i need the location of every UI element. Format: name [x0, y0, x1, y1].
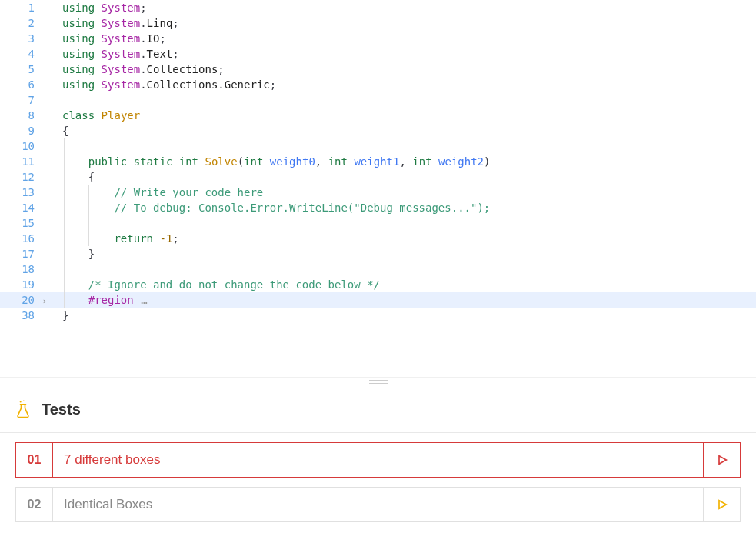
panel-resize-handle[interactable] [0, 377, 756, 386]
code-line[interactable]: 2using System.Linq; [0, 15, 756, 31]
code-line[interactable]: 19 /* Ignore and do not change the code … [0, 277, 756, 292]
test-label: Identical Boxes [53, 488, 703, 521]
line-number: 4 [0, 46, 48, 62]
code-editor[interactable]: 1using System;2using System.Linq;3using … [0, 0, 756, 377]
code-text[interactable] [48, 215, 114, 231]
code-text[interactable]: using System; [48, 0, 147, 15]
test-number: 01 [16, 443, 53, 477]
flask-icon [15, 400, 31, 418]
code-line[interactable]: 5using System.Collections; [0, 62, 756, 77]
code-text[interactable]: } [48, 308, 68, 323]
line-number: 20› [0, 292, 48, 308]
code-text[interactable]: { [48, 123, 68, 138]
svg-marker-4 [719, 501, 726, 509]
code-text[interactable] [48, 138, 88, 154]
code-line[interactable]: 15 [0, 215, 756, 231]
tests-title: Tests [42, 401, 81, 418]
test-row[interactable]: 02Identical Boxes [15, 487, 741, 522]
code-text[interactable]: using System.Collections; [48, 62, 225, 77]
divider [0, 432, 756, 433]
code-line[interactable]: 16 return -1; [0, 231, 756, 246]
line-number: 7 [0, 92, 48, 108]
code-text[interactable]: // Write your code here [48, 185, 263, 200]
play-icon[interactable] [703, 443, 740, 477]
line-number: 8 [0, 108, 48, 123]
code-text[interactable]: using System.IO; [48, 31, 166, 46]
svg-marker-3 [719, 456, 726, 465]
code-line[interactable]: 7 [0, 92, 756, 108]
tests-panel: Tests 017 different boxes02Identical Box… [0, 386, 756, 522]
fold-chevron-icon[interactable]: › [42, 294, 47, 309]
code-line[interactable]: 3using System.IO; [0, 31, 756, 46]
line-number: 5 [0, 62, 48, 77]
code-text[interactable]: // To debug: Console.Error.WriteLine("De… [48, 200, 490, 215]
test-number: 02 [16, 488, 53, 521]
code-text[interactable]: return -1; [48, 231, 179, 246]
code-text[interactable]: using System.Text; [48, 46, 179, 62]
line-number: 1 [0, 0, 48, 15]
code-line[interactable]: 13 // Write your code here [0, 185, 756, 200]
line-number: 13 [0, 185, 48, 200]
line-number: 38 [0, 308, 48, 323]
code-line[interactable]: 11 public static int Solve(int weight0, … [0, 154, 756, 169]
svg-point-1 [23, 400, 25, 401]
line-number: 6 [0, 77, 48, 92]
tests-header: Tests [0, 386, 756, 432]
code-line[interactable]: 20› #region … [0, 292, 756, 308]
line-number: 12 [0, 169, 48, 185]
code-line[interactable]: 18 [0, 262, 756, 277]
line-number: 16 [0, 231, 48, 246]
code-text[interactable]: class Player [48, 108, 140, 123]
line-number: 15 [0, 215, 48, 231]
code-text[interactable]: using System.Linq; [48, 15, 179, 31]
code-line[interactable]: 4using System.Text; [0, 46, 756, 62]
code-line[interactable]: 10 [0, 138, 756, 154]
code-text[interactable]: public static int Solve(int weight0, int… [48, 154, 490, 169]
line-number: 9 [0, 123, 48, 138]
line-number: 11 [0, 154, 48, 169]
line-number: 14 [0, 200, 48, 215]
code-line[interactable]: 9{ [0, 123, 756, 138]
code-text[interactable]: #region … [48, 292, 148, 308]
line-number: 18 [0, 262, 48, 277]
line-number: 17 [0, 246, 48, 262]
line-number: 2 [0, 15, 48, 31]
code-line[interactable]: 12 { [0, 169, 756, 185]
code-text[interactable]: /* Ignore and do not change the code bel… [48, 277, 380, 292]
code-text[interactable]: } [48, 246, 95, 262]
svg-point-0 [20, 401, 22, 403]
line-number: 19 [0, 277, 48, 292]
code-line[interactable]: 38} [0, 308, 756, 323]
test-label: 7 different boxes [53, 443, 703, 477]
test-row[interactable]: 017 different boxes [15, 442, 741, 478]
code-line[interactable]: 1using System; [0, 0, 756, 15]
code-line[interactable]: 17 } [0, 246, 756, 262]
code-line[interactable]: 8class Player [0, 108, 756, 123]
play-icon[interactable] [703, 488, 740, 521]
line-number: 10 [0, 138, 48, 154]
code-text[interactable] [48, 262, 88, 277]
code-line[interactable]: 14 // To debug: Console.Error.WriteLine(… [0, 200, 756, 215]
code-line[interactable]: 6using System.Collections.Generic; [0, 77, 756, 92]
line-number: 3 [0, 31, 48, 46]
code-text[interactable]: using System.Collections.Generic; [48, 77, 276, 92]
code-text[interactable]: { [48, 169, 95, 185]
